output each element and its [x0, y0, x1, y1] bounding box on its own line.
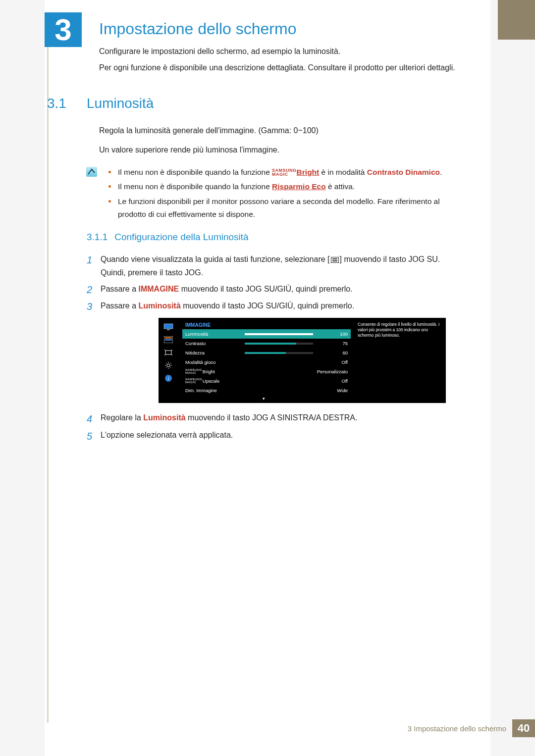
chevron-down-icon: ▾ [263, 396, 265, 401]
text: muovendo il tasto JOG SU/GIÙ, quindi pre… [179, 285, 352, 293]
osd-value: Personalizzato [245, 369, 348, 374]
osd-slider [245, 343, 313, 345]
osd-label: SAMSUNGMAGICUpscale [185, 378, 245, 384]
osd-row-nitidezza: Nitidezza 60 [182, 348, 351, 357]
section-number: 3.1 [47, 96, 66, 111]
osd-label: Modalità gioco [185, 359, 245, 365]
osd-value: 75 [318, 341, 348, 346]
step-list-top: 1 Quando viene visualizzata la guida ai … [87, 252, 453, 315]
svg-rect-1 [167, 329, 170, 330]
note-item-2: Il menu non è disponibile quando la funz… [107, 180, 454, 193]
text: Passare a [101, 302, 138, 310]
text: Regolare la [101, 413, 143, 422]
note-item-1: Il menu non è disponibile quando la funz… [107, 166, 454, 179]
intro-line-2: Per ogni funzione è disponibile una desc… [99, 62, 456, 74]
subsection-heading: 3.1.1Configurazione della Luminosità [87, 232, 249, 243]
section-title: Luminosità [87, 96, 154, 111]
osd-label: Luminosità [185, 331, 245, 337]
step-1: 1 Quando viene visualizzata la guida ai … [87, 252, 453, 279]
osd-value: Off [245, 378, 348, 384]
osd-value: 60 [318, 350, 348, 355]
text: Passare a [101, 285, 138, 293]
subsection-number: 3.1.1 [87, 232, 107, 242]
osd-row-luminosita: Luminosità 100 [182, 329, 351, 339]
section-body: Regola la luminosità generale dell'immag… [99, 125, 456, 163]
monitor-icon [163, 323, 174, 331]
bright-keyword: Bright [297, 168, 320, 176]
osd-main: IMMAGINE Luminosità 100 Contrasto 75 Nit… [182, 321, 351, 395]
margin-rule [47, 12, 49, 723]
step-list-bottom: 4 Regolare la Luminosità muovendo il tas… [87, 411, 453, 446]
text: è attiva. [326, 182, 355, 191]
osd-tooltip: Consente di regolare il livello di lumin… [358, 322, 442, 338]
osd-label: SAMSUNGMAGICBright [185, 369, 245, 374]
osd-label: Nitidezza [185, 350, 245, 355]
samsung-magic-tag: SAMSUNGMAGIC [185, 378, 202, 384]
note-icon [86, 167, 97, 177]
samsung-magic-tag: SAMSUNGMAGIC [272, 168, 297, 176]
osd-slider [245, 333, 313, 335]
svg-text:i: i [168, 376, 169, 381]
step-number: 2 [87, 281, 92, 298]
text: Quando viene visualizzata la guida ai ta… [101, 255, 330, 263]
osd-row-magicbright: SAMSUNGMAGICBright Personalizzato [182, 367, 351, 376]
text: Il menu non è disponibile quando la funz… [118, 168, 272, 176]
osd-value: 100 [318, 331, 348, 337]
resize-icon [163, 349, 174, 356]
step-number: 1 [87, 252, 92, 268]
text: è in modalità [319, 168, 367, 176]
svg-rect-0 [164, 324, 173, 329]
picture-icon [163, 336, 174, 344]
step-5: 5 L'opzione selezionata verrà applicata. [87, 428, 453, 443]
chapter-number-box: 3 [45, 12, 82, 47]
keyword-luminosita: Luminosità [138, 302, 180, 310]
osd-label: Dim. Immagine [185, 388, 245, 393]
text: muovendo il tasto JOG A SINISTRA/A DESTR… [186, 413, 358, 422]
text: muovendo il tasto JOG SU/GIÙ, quindi pre… [181, 302, 354, 310]
chapter-title: Impostazione dello schermo [99, 20, 296, 38]
note-item-3: Le funzioni disponibili per il monitor p… [107, 195, 454, 221]
body-line-2: Un valore superiore rende più luminosa l… [99, 144, 456, 156]
osd-label: Contrasto [185, 341, 245, 346]
osd-slider [245, 352, 313, 354]
step-2: 2 Passare a IMMAGINE muovendo il tasto J… [87, 282, 453, 296]
page-number: 40 [512, 719, 535, 737]
step-4: 4 Regolare la Luminosità muovendo il tas… [87, 411, 453, 425]
svg-rect-3 [165, 337, 172, 339]
svg-rect-5 [165, 351, 171, 354]
osd-header: IMMAGINE [182, 321, 351, 329]
subsection-title: Configurazione della Luminosità [114, 232, 248, 242]
keyword-immagine: IMMAGINE [138, 285, 179, 293]
step-number: 4 [87, 410, 92, 428]
svg-rect-4 [165, 339, 172, 341]
osd-row-gamemode: Modalità gioco Off [182, 357, 351, 367]
keyword-luminosita: Luminosità [143, 413, 185, 422]
text: L'opzione selezionata verrà applicata. [101, 431, 233, 439]
intro-line-1: Configurare le impostazioni dello scherm… [99, 46, 456, 58]
osd-row-dimimmagine: Dim. Immagine Wide [182, 386, 351, 395]
osd-screenshot: i IMMAGINE Luminosità 100 Contrasto 75 N… [159, 318, 446, 403]
corner-accent [498, 0, 535, 40]
text: Il menu non è disponibile quando la funz… [118, 182, 272, 191]
osd-sidebar: i [159, 318, 178, 403]
text: . [440, 168, 442, 176]
osd-value: Wide [245, 388, 348, 393]
body-line-1: Regola la luminosità generale dell'immag… [99, 125, 456, 137]
step-3: 3 Passare a Luminosità muovendo il tasto… [87, 299, 453, 312]
osd-row-magicupscale: SAMSUNGMAGICUpscale Off [182, 376, 351, 386]
gear-icon [163, 361, 174, 369]
info-icon: i [163, 374, 174, 382]
osd-value: Off [245, 359, 348, 365]
menu-icon [331, 257, 339, 263]
step-number: 5 [87, 427, 92, 445]
chapter-intro: Configurare le impostazioni dello scherm… [99, 46, 456, 78]
mode-keyword: Contrasto Dinamico [367, 168, 440, 176]
page-footer: 3 Impostazione dello schermo 40 [408, 719, 535, 737]
step-number: 3 [87, 298, 92, 315]
svg-point-6 [167, 364, 170, 367]
eco-keyword: Risparmio Eco [272, 182, 326, 191]
footer-text: 3 Impostazione dello schermo [408, 724, 506, 733]
samsung-magic-tag: SAMSUNGMAGIC [185, 369, 202, 374]
osd-row-contrasto: Contrasto 75 [182, 339, 351, 348]
note-list: Il menu non è disponibile quando la funz… [107, 166, 454, 222]
